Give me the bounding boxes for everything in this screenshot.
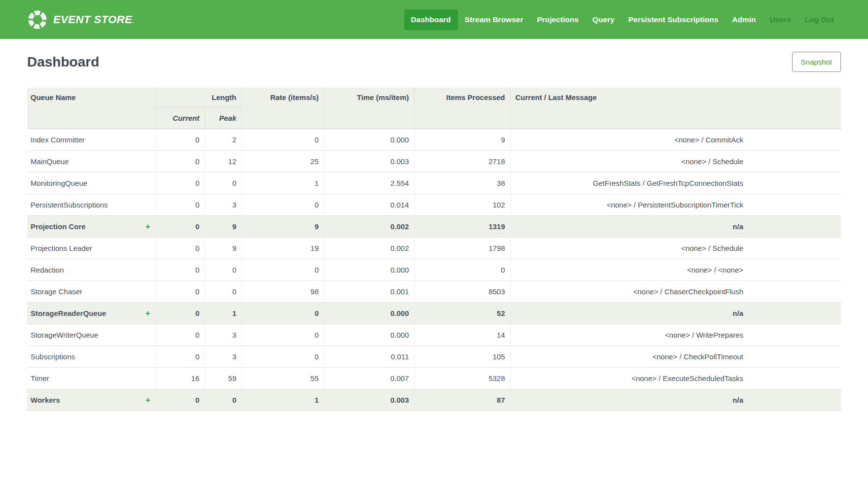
queue-name: StorageReaderQueue [31,309,106,317]
main-nav: DashboardStream BrowserProjectionsQueryP… [404,9,841,30]
queue-rate-cell: 98 [242,281,324,303]
queue-name-cell: Timer [27,368,155,389]
queue-rate-cell: 55 [242,368,324,389]
queue-current-cell: 0 [155,346,205,368]
queue-rate-cell: 0 [242,129,324,151]
queue-current-cell: 0 [155,173,205,194]
queue-name: Workers [31,396,60,404]
queue-items-processed-cell: 102 [414,194,510,216]
nav-item-query[interactable]: Query [586,9,622,30]
brand[interactable]: EVENT STORE. [27,9,134,30]
nav-item-log-out[interactable]: Log Out [798,9,841,30]
table-row: Storage Chaser00980.0018503<none> / Chas… [27,281,841,303]
queue-name-cell: Projections Leader [27,238,155,259]
queue-peak-cell: 9 [205,216,242,238]
event-store-logo-icon [27,9,48,30]
snapshot-button[interactable]: Snapshot [792,52,841,72]
queue-name: MainQueue [31,157,69,166]
queue-rate-cell: 0 [242,324,324,346]
nav-item-users[interactable]: Users [763,9,798,30]
queue-time-cell: 0.000 [324,129,414,151]
queue-peak-cell: 59 [205,368,242,389]
queues-table-header: Queue Name Length Rate (items/s) Time (m… [27,88,841,129]
queue-peak-cell: 0 [205,259,242,281]
queue-message-cell: n/a [510,303,841,324]
queues-table: Queue Name Length Rate (items/s) Time (m… [27,88,841,411]
queue-name-cell: Redaction [27,259,155,281]
queue-items-processed-cell: 0 [414,259,510,281]
table-row: Index Committer0200.0009<none> / CommitA… [27,129,841,151]
table-row: +StorageReaderQueue0100.00052n/a [27,303,841,324]
queue-rate-cell: 0 [242,303,324,324]
table-row: +Workers0010.00387n/a [27,389,841,411]
table-row: Subscriptions0300.011105<none> / CheckPo… [27,346,841,368]
queue-items-processed-cell: 38 [414,173,510,194]
expand-plus-icon[interactable]: + [145,309,150,317]
header-current: Current [155,107,205,129]
expand-plus-icon[interactable]: + [145,396,150,404]
nav-item-stream-browser[interactable]: Stream Browser [458,9,530,30]
queue-time-cell: 0.014 [324,194,414,216]
queue-time-cell: 0.007 [324,368,414,389]
queue-time-cell: 0.001 [324,281,414,303]
queue-name-cell: Storage Chaser [27,281,155,303]
nav-item-persistent-subscriptions[interactable]: Persistent Subscriptions [622,9,726,30]
queue-items-processed-cell: 2718 [414,151,510,173]
queue-message-cell: <none> / PersistentSubscriptionTimerTick [510,194,841,216]
queue-name-cell: +Workers [27,389,155,411]
queue-current-cell: 0 [155,303,205,324]
queue-message-cell: GetFreshStats / GetFreshTcpConnectionSta… [510,173,841,194]
header-peak: Peak [205,107,242,129]
header-message: Current / Last Message [510,88,841,129]
queue-time-cell: 0.000 [324,259,414,281]
queues-table-body: Index Committer0200.0009<none> / CommitA… [27,129,841,411]
nav-item-admin[interactable]: Admin [725,9,763,30]
table-row: +Projection Core0990.0021319n/a [27,216,841,238]
queue-message-cell: <none> / CommitAck [510,129,841,151]
queue-name-cell: MonitoringQueue [27,173,155,194]
queue-rate-cell: 0 [242,259,324,281]
brand-trademark: . [132,18,134,24]
queue-name: MonitoringQueue [31,179,87,187]
queue-items-processed-cell: 105 [414,346,510,368]
header-queue-name: Queue Name [27,88,155,129]
queue-message-cell: n/a [510,216,841,238]
queue-peak-cell: 3 [205,194,242,216]
queue-items-processed-cell: 5328 [414,368,510,389]
queue-peak-cell: 9 [205,238,242,259]
header-rate: Rate (items/s) [242,88,324,129]
table-row: PersistentSubscriptions0300.014102<none>… [27,194,841,216]
nav-item-dashboard[interactable]: Dashboard [404,9,458,30]
table-row: MonitoringQueue0012.55438GetFreshStats /… [27,173,841,194]
queue-current-cell: 0 [155,129,205,151]
queue-rate-cell: 25 [242,151,324,173]
header-time: Time (ms/item) [324,88,414,129]
queue-name-cell: +StorageReaderQueue [27,303,155,324]
queue-message-cell: <none> / <none> [510,259,841,281]
queue-items-processed-cell: 8503 [414,281,510,303]
page-header: Dashboard Snapshot [0,39,868,72]
queue-name-cell: Subscriptions [27,346,155,368]
queue-peak-cell: 0 [205,389,242,411]
queue-time-cell: 0.000 [324,324,414,346]
queue-name-cell: Index Committer [27,129,155,151]
expand-plus-icon[interactable]: + [145,222,150,231]
queue-peak-cell: 1 [205,303,242,324]
queue-current-cell: 0 [155,259,205,281]
queue-name: Projection Core [31,222,86,231]
queue-name-cell: +Projection Core [27,216,155,238]
queue-name: Timer [31,374,49,382]
queue-time-cell: 0.002 [324,238,414,259]
header-items-processed: Items Processed [414,88,510,129]
nav-item-projections[interactable]: Projections [530,9,585,30]
queue-name: Storage Chaser [31,287,82,296]
queue-current-cell: 16 [155,368,205,389]
queue-peak-cell: 3 [205,324,242,346]
queue-time-cell: 2.554 [324,173,414,194]
queue-name-cell: PersistentSubscriptions [27,194,155,216]
queue-time-cell: 0.002 [324,216,414,238]
queue-peak-cell: 0 [205,281,242,303]
queue-items-processed-cell: 87 [414,389,510,411]
queue-items-processed-cell: 52 [414,303,510,324]
queue-items-processed-cell: 1798 [414,238,510,259]
